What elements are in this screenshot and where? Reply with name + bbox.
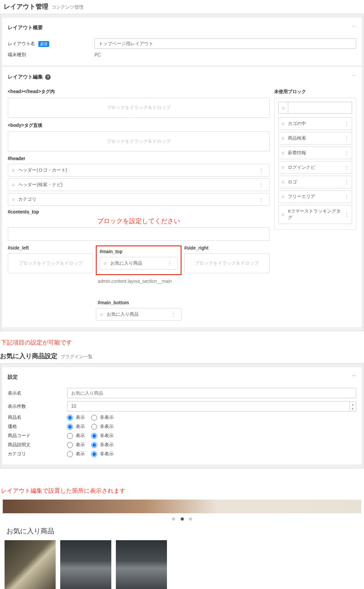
dot-icon[interactable] xyxy=(189,517,192,521)
drag-handle-icon[interactable]: ≡ xyxy=(281,121,284,126)
block-item[interactable]: ≡カテゴリ⋮ xyxy=(8,193,270,206)
unused-block-item[interactable]: ≡カゴの中⋮ xyxy=(278,117,352,130)
kebab-menu-icon[interactable]: ⋮ xyxy=(344,180,349,185)
block-item[interactable]: ≡お気に入り商品⋮ xyxy=(96,308,181,321)
product-code-hide-radio[interactable] xyxy=(91,433,97,439)
drag-handle-icon[interactable]: ≡ xyxy=(100,312,103,317)
unused-blocks-panel: 未使用ブロック ⌕ ≡カゴの中⋮ ≡商品検索⋮ ≡新着情報⋮ ≡ログインナビ⋮ … xyxy=(274,85,356,323)
search-icon[interactable]: ⌕ xyxy=(278,102,288,114)
kebab-menu-icon[interactable]: ⋮ xyxy=(344,194,349,199)
product-name-show-radio[interactable] xyxy=(67,415,73,421)
section-contents-top-label: #contents_top xyxy=(8,209,270,214)
chevron-up-icon[interactable]: ︿ xyxy=(352,372,356,378)
preview-note: レイアウト編集で設置した箇所に表示されます xyxy=(1,487,364,495)
page-header: レイアウト管理 コンテンツ管理 xyxy=(0,0,364,14)
product-card[interactable]: パーコレーター ￥3,024 cafe-01 xyxy=(60,540,111,589)
side-right-label: #side_right xyxy=(184,245,270,250)
main-top-label: #main_top xyxy=(99,249,177,254)
drag-handle-icon[interactable]: ≡ xyxy=(12,197,15,202)
price-show-radio[interactable] xyxy=(67,424,73,430)
category-label: カテゴリ xyxy=(8,451,67,457)
price-label: 価格 xyxy=(8,423,67,430)
head-dropzone[interactable]: ブロックをドラッグ＆ドロップ xyxy=(8,98,270,118)
product-card[interactable]: パーコレーター ￥3,240 ～ ￥7,560 xyxy=(116,540,167,589)
drag-handle-icon[interactable]: ≡ xyxy=(281,150,284,156)
drag-handle-icon[interactable]: ≡ xyxy=(281,136,284,141)
unused-block-item[interactable]: ≡商品検索⋮ xyxy=(278,132,352,145)
breadcrumb-2: プラグイン一覧 xyxy=(61,354,93,359)
side-right-dropzone[interactable]: ブロックをドラッグ＆ドロップ xyxy=(184,253,270,273)
kebab-menu-icon[interactable]: ⋮ xyxy=(257,182,265,188)
settings-card: 設定 ︿ 表示名 表示件数 ▴▾ 商品名 表示非表示 価格 表示非表示 商品コー… xyxy=(2,367,362,464)
contents-top-dropzone[interactable] xyxy=(8,227,270,241)
category-hide-radio[interactable] xyxy=(91,451,97,457)
description-show-radio[interactable] xyxy=(67,442,73,448)
display-count-input[interactable] xyxy=(67,401,350,412)
unused-block-item[interactable]: ≡ログインナビ⋮ xyxy=(278,161,352,174)
drag-handle-icon[interactable]: ≡ xyxy=(281,194,284,199)
edit-header: レイアウト編集 ? xyxy=(8,72,356,85)
product-code-label: 商品コード xyxy=(8,433,67,439)
unused-block-item[interactable]: ≡eコマーストラッキングタグ⋮ xyxy=(278,205,352,224)
kebab-menu-icon[interactable]: ⋮ xyxy=(257,197,265,202)
drag-handle-icon[interactable]: ≡ xyxy=(281,179,284,185)
main-top-highlight: #main_top ≡お気に入り商品⋮ xyxy=(96,245,181,275)
kebab-menu-icon[interactable]: ⋮ xyxy=(344,165,349,170)
unused-block-item[interactable]: ≡新着情報⋮ xyxy=(278,146,352,159)
drag-handle-icon[interactable]: ≡ xyxy=(281,212,284,217)
product-image xyxy=(5,540,56,589)
side-left-label: #side_left xyxy=(8,245,93,250)
kebab-menu-icon[interactable]: ⋮ xyxy=(344,136,349,141)
product-name-hide-radio[interactable] xyxy=(91,415,97,421)
red-instruction: ブロックを設定してください xyxy=(8,217,270,225)
drag-handle-icon[interactable]: ≡ xyxy=(281,165,284,170)
chevron-up-icon[interactable]: ︿ xyxy=(352,72,356,78)
display-name-label: 表示名 xyxy=(8,390,67,396)
drag-handle-icon[interactable]: ≡ xyxy=(12,167,15,173)
block-item[interactable]: ≡ヘッダー(ロゴ・カート)⋮ xyxy=(8,164,270,177)
description-label: 商品説明文 xyxy=(8,442,67,448)
product-card[interactable]: ディナーフォーク ￥5,400 ～ ￥118,800 fork-01 ～ for… xyxy=(5,540,56,589)
product-name-label: 商品名 xyxy=(8,414,67,421)
layout-edit-card: レイアウト編集 ? ︿ <head></head>タグ内 ブロックをドラッグ＆ド… xyxy=(2,67,362,327)
number-spinner[interactable]: ▴▾ xyxy=(350,401,356,412)
body-dropzone[interactable]: ブロックをドラッグ＆ドロップ xyxy=(8,131,270,151)
carousel-dots xyxy=(0,516,364,521)
side-left-dropzone[interactable]: ブロックをドラッグ＆ドロップ xyxy=(8,253,93,273)
kebab-menu-icon[interactable]: ⋮ xyxy=(166,261,174,266)
help-icon[interactable]: ? xyxy=(45,74,51,80)
dot-icon[interactable] xyxy=(181,517,184,521)
category-show-radio[interactable] xyxy=(67,451,73,457)
kebab-menu-icon[interactable]: ⋮ xyxy=(344,151,349,156)
hero-banner xyxy=(3,500,361,513)
product-code-show-radio[interactable] xyxy=(67,433,73,439)
settings-note: 下記項目の設定が可能です xyxy=(1,339,364,347)
section-head-label: <head></head>タグ内 xyxy=(8,89,270,95)
display-name-input[interactable] xyxy=(67,388,356,398)
dot-icon[interactable] xyxy=(172,517,175,521)
layout-name-input[interactable] xyxy=(94,38,356,49)
unused-block-item[interactable]: ≡ロゴ⋮ xyxy=(278,176,352,188)
layout-summary-card: レイアウト概要 ︿ レイアウト名 必須 端末種別 PC xyxy=(2,18,362,65)
product-image xyxy=(60,540,111,589)
section-header-label: #header xyxy=(8,156,270,161)
kebab-menu-icon[interactable]: ⋮ xyxy=(344,121,349,126)
product-image xyxy=(116,540,167,589)
chevron-up-icon[interactable]: ︿ xyxy=(352,22,356,29)
kebab-menu-icon[interactable]: ⋮ xyxy=(169,312,177,317)
page-header-2: お気に入り商品設定 プラグイン一覧 xyxy=(0,349,364,363)
preview-area: お気に入り商品 ディナーフォーク ￥5,400 ～ ￥118,800 fork-… xyxy=(0,500,364,589)
price-hide-radio[interactable] xyxy=(91,424,97,430)
device-value: PC xyxy=(94,52,101,57)
unused-block-item[interactable]: ≡フリーエリア⋮ xyxy=(278,190,352,203)
kebab-menu-icon[interactable]: ⋮ xyxy=(344,212,349,217)
unused-search-input[interactable] xyxy=(288,102,352,114)
description-hide-radio[interactable] xyxy=(91,442,97,448)
settings-header: 設定 xyxy=(8,372,356,385)
drag-handle-icon[interactable]: ≡ xyxy=(12,182,15,188)
block-item[interactable]: ≡ヘッダー(検索・ナビ)⋮ xyxy=(8,178,270,191)
block-item[interactable]: ≡お気に入り商品⋮ xyxy=(99,257,177,270)
kebab-menu-icon[interactable]: ⋮ xyxy=(257,168,265,173)
drag-handle-icon[interactable]: ≡ xyxy=(104,261,106,266)
layout-frame: レイアウト概要 ︿ レイアウト名 必須 端末種別 PC レイアウト編集 ? ︿ … xyxy=(0,14,364,331)
